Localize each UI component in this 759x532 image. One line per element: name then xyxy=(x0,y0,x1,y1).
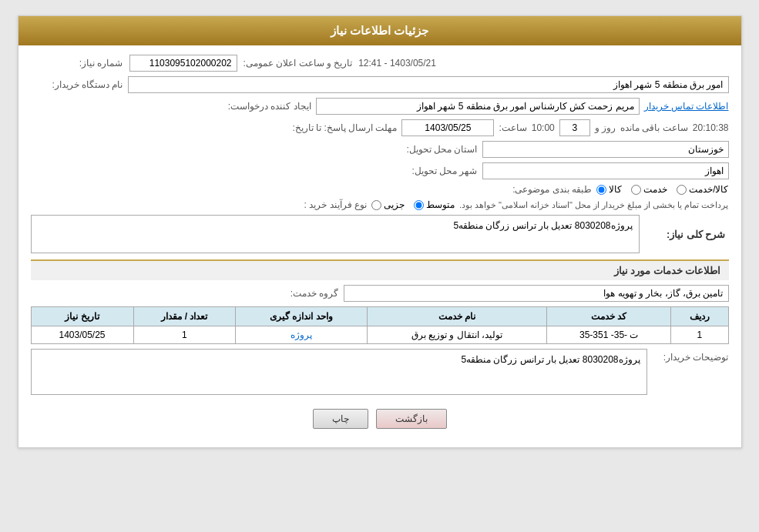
remaining-label: ساعت باقی مانده xyxy=(620,122,688,133)
services-section-header: اطلاعات خدمات مورد نیاز xyxy=(31,259,729,280)
time-value: 10:00 xyxy=(532,122,555,133)
purchase-type-radio-group: متوسط جزیی xyxy=(371,199,455,210)
content-area: 1403/05/21 - 12:41 تاریخ و ساعت اعلان عم… xyxy=(18,45,741,447)
need-description-section-label: شرح کلی نیاز: xyxy=(644,227,729,242)
purchase-type-row: پرداخت تمام یا بخشی از مبلغ خریدار از مح… xyxy=(31,199,729,210)
buyer-description-textarea[interactable] xyxy=(31,349,647,395)
deadline-date-input[interactable] xyxy=(401,119,494,136)
main-container: جزئیات اطلاعات نیاز 1403/05/21 - 12:41 ت… xyxy=(18,15,742,448)
city-label: شهر محل تحویل: xyxy=(385,166,478,176)
time-label: ساعت: xyxy=(499,122,526,133)
contact-link[interactable]: اطلاعات تماس خریدار xyxy=(644,101,729,112)
remaining-value: 20:10:38 xyxy=(693,122,729,133)
category-kala-khidmat-label: کالا/خدمت xyxy=(689,184,728,195)
purchase-type-mutavasit-radio[interactable] xyxy=(414,200,424,210)
category-kala-khidmat-radio[interactable] xyxy=(677,185,687,195)
category-kala-radio[interactable] xyxy=(596,185,606,195)
province-label: استان محل تحویل: xyxy=(385,144,478,155)
service-group-input[interactable] xyxy=(344,285,729,302)
purchase-type-note: پرداخت تمام یا بخشی از مبلغ خریدار از مح… xyxy=(459,200,729,210)
requester-row: نام دستگاه خریدار: xyxy=(31,76,729,93)
need-number-input[interactable] xyxy=(129,55,237,72)
purchase-type-mutavasit-label: متوسط xyxy=(426,199,455,210)
announce-row: 1403/05/21 - 12:41 تاریخ و ساعت اعلان عم… xyxy=(31,55,729,72)
category-kala[interactable]: کالا xyxy=(596,184,622,195)
cell-qty: 1 xyxy=(133,326,236,344)
cell-code: ت -35- 351-35 xyxy=(547,326,671,344)
col-row: ردیف xyxy=(671,307,728,326)
footer-buttons: بازگشت چاپ xyxy=(31,400,729,438)
col-unit: واحد اندازه گیری xyxy=(236,307,367,326)
category-khidmat-radio[interactable] xyxy=(631,185,641,195)
cell-unit: پروژه xyxy=(236,326,367,344)
announce-date-value: 1403/05/21 - 12:41 xyxy=(358,58,436,69)
purchase-type-label: نوع فرآیند خرید : xyxy=(274,199,367,210)
purchase-type-juzii[interactable]: جزیی xyxy=(371,199,405,210)
deadline-label: مهلت ارسال پاسخ: تا تاریخ: xyxy=(289,122,397,133)
creator-input[interactable] xyxy=(316,98,640,115)
city-input[interactable] xyxy=(482,162,729,179)
purchase-type-juzii-label: جزیی xyxy=(384,199,405,210)
need-number-label: شماره نیاز: xyxy=(31,58,123,69)
category-kala-khidmat[interactable]: کالا/خدمت xyxy=(677,184,728,195)
service-group-label: گروه خدمت: xyxy=(247,288,339,299)
creator-row: اطلاعات تماس خریدار ایجاد کننده درخواست: xyxy=(31,98,729,115)
province-row: استان محل تحویل: xyxy=(31,141,729,158)
category-khidmat[interactable]: خدمت xyxy=(631,184,667,195)
province-input[interactable] xyxy=(482,141,729,158)
page-title: جزئیات اطلاعات نیاز xyxy=(331,24,428,37)
col-date: تاریخ نیاز xyxy=(31,307,133,326)
back-button[interactable]: بازگشت xyxy=(376,409,447,429)
purchase-type-juzii-radio[interactable] xyxy=(371,200,381,210)
cell-name: تولید، انتقال و توزیع برق xyxy=(367,326,547,344)
col-code: کد خدمت xyxy=(547,307,671,326)
category-row: کالا/خدمت خدمت کالا طبقه بندی موضوعی: xyxy=(31,184,729,195)
category-kala-label: کالا xyxy=(609,184,622,195)
category-label: طبقه بندی موضوعی: xyxy=(499,184,592,195)
category-radio-group: کالا/خدمت خدمت کالا xyxy=(596,184,728,195)
cell-date: 1403/05/25 xyxy=(31,326,133,344)
day-value[interactable] xyxy=(559,119,590,136)
announce-label: تاریخ و ساعت اعلان عمومی: xyxy=(243,58,353,69)
col-qty: تعداد / مقدار xyxy=(133,307,236,326)
category-khidmat-label: خدمت xyxy=(643,184,667,195)
requester-input[interactable] xyxy=(128,76,729,93)
table-row: 1 ت -35- 351-35 تولید، انتقال و توزیع بر… xyxy=(31,326,728,344)
purchase-type-mutavasit[interactable]: متوسط xyxy=(414,199,455,210)
page-header: جزئیات اطلاعات نیاز xyxy=(18,16,741,45)
services-table: ردیف کد خدمت نام خدمت واحد اندازه گیری ت… xyxy=(31,306,729,344)
need-description-textarea[interactable] xyxy=(31,215,640,253)
buyer-description-label: توضیحات خریدار: xyxy=(652,352,729,363)
service-group-row: گروه خدمت: xyxy=(31,285,729,302)
need-description-section: شرح کلی نیاز: xyxy=(31,215,729,253)
day-label: روز و xyxy=(595,122,616,133)
col-name: نام خدمت xyxy=(367,307,547,326)
creator-label: ایجاد کننده درخواست: xyxy=(219,101,311,112)
cell-row: 1 xyxy=(671,326,728,344)
print-button[interactable]: چاپ xyxy=(313,409,368,429)
deadline-row: 20:10:38 ساعت باقی مانده روز و 10:00 ساع… xyxy=(31,119,729,136)
requester-label: نام دستگاه خریدار: xyxy=(31,79,123,90)
city-row: شهر محل تحویل: xyxy=(31,162,729,179)
buyer-description-container: توضیحات خریدار: xyxy=(31,349,729,395)
